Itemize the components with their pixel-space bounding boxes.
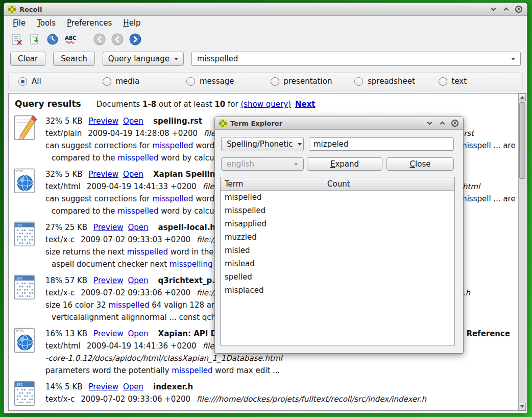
src-doc-icon[interactable]: SRC	[14, 274, 39, 302]
radio-icon	[186, 77, 195, 86]
radio-icon	[439, 77, 447, 86]
relevance-and-size: 16% 13 KB	[45, 329, 87, 338]
shade-button[interactable]	[489, 5, 497, 13]
close-button[interactable]: Close	[386, 157, 454, 171]
search-input[interactable]: misspelled	[191, 52, 521, 66]
filter-message[interactable]: message	[186, 77, 271, 86]
filter-presentation[interactable]: presentation	[271, 77, 355, 86]
expansion-mode-select[interactable]: Spelling/Phonetic	[221, 137, 304, 151]
menu-tools[interactable]: Tools	[32, 17, 60, 29]
term-row[interactable]: misled	[221, 244, 454, 257]
filter-spreadsheet[interactable]: spreadsheet	[354, 77, 439, 86]
first-page-icon[interactable]	[93, 33, 106, 46]
unshade-button[interactable]	[438, 119, 446, 127]
count-column-header[interactable]: Count	[323, 177, 377, 190]
mime-type: text/plain	[45, 129, 82, 138]
preview-link[interactable]: Preview	[93, 223, 123, 232]
search-bar: Clear Search Query language misspelled	[4, 49, 527, 69]
term-cell: misapplied	[221, 219, 323, 228]
term-row[interactable]: misapplied	[221, 217, 454, 230]
menu-file[interactable]: File	[8, 17, 30, 29]
scroll-down-button[interactable]	[519, 403, 526, 410]
relevance-and-size: 27% 25 KB	[45, 223, 87, 232]
src-doc-icon[interactable]: SRC	[14, 221, 39, 249]
search-button[interactable]: Search	[53, 52, 95, 66]
close-window-button[interactable]: ×	[515, 5, 523, 13]
open-link[interactable]: Open	[128, 223, 148, 232]
dialog-window-controls: ×	[425, 119, 459, 127]
doc-url: file:///home/dockes/projets/fulltext/rec…	[197, 395, 426, 404]
term-input[interactable]	[309, 137, 454, 151]
expansion-mode-value: Spelling/Phonetic	[227, 140, 293, 149]
open-link[interactable]: Open	[123, 117, 143, 126]
result-url-continuation: -core-1.0.12/docs/apidoc/html/classXapia…	[45, 352, 518, 364]
preview-link[interactable]: Preview	[89, 170, 118, 179]
dialog-titlebar[interactable]: Term Explorer ×	[215, 117, 463, 130]
menu-help[interactable]: Help	[118, 17, 145, 29]
mime-type: text/x-c	[45, 235, 75, 244]
term-row[interactable]: misplaced	[221, 284, 454, 297]
open-link[interactable]: Open	[128, 329, 148, 338]
preview-link[interactable]: Preview	[89, 117, 118, 126]
open-link[interactable]: Open	[123, 170, 143, 179]
term-row[interactable]: misspelled	[221, 204, 454, 217]
triangle-up-icon	[520, 96, 524, 99]
unshade-button[interactable]	[502, 5, 510, 13]
radio-icon	[103, 77, 111, 86]
update-index-icon[interactable]	[28, 33, 41, 46]
text-doc-icon[interactable]	[14, 115, 39, 143]
term-row[interactable]: mislead	[221, 257, 454, 270]
expand-button[interactable]: Expand	[307, 157, 382, 171]
html-doc-icon[interactable]: HTML	[14, 168, 39, 196]
query-language-select[interactable]: Query language	[103, 52, 184, 66]
result-abstract-line: parameters word the potentially misspell…	[45, 364, 518, 377]
svg-text:SRC: SRC	[16, 276, 22, 281]
preview-link[interactable]: Preview	[89, 382, 118, 391]
show-query-link[interactable]: (show query)	[240, 100, 291, 109]
term-row[interactable]: mispelled	[221, 191, 454, 204]
term-cell: misplaced	[221, 286, 323, 295]
triangle-down-icon	[520, 405, 524, 408]
svg-text:HTML: HTML	[16, 170, 25, 173]
preview-link[interactable]: Preview	[93, 276, 123, 285]
result-meta-line: text/x-c2009-07-02 09:33:06 +0200file://…	[45, 393, 518, 405]
titlebar[interactable]: Recoll ×	[4, 3, 527, 16]
term-column-header[interactable]: Term	[221, 179, 323, 189]
clear-search-icon[interactable]	[10, 33, 23, 46]
history-icon[interactable]	[46, 33, 59, 46]
svg-text:HTML: HTML	[16, 329, 25, 332]
filter-label: media	[116, 77, 140, 86]
preview-link[interactable]: Preview	[93, 329, 123, 338]
term-row[interactable]: spelled	[221, 270, 454, 284]
radio-icon	[18, 77, 27, 86]
doc-date: 2009-07-02 09:33:06 +0200	[81, 288, 190, 297]
results-scrollbar[interactable]	[518, 94, 526, 410]
language-value: english	[227, 159, 254, 169]
next-page-link[interactable]: Next	[295, 100, 316, 109]
scrollbar-thumb[interactable]	[519, 102, 525, 179]
prev-page-icon[interactable]	[111, 33, 124, 46]
term-row[interactable]: muzzled	[221, 230, 454, 244]
clear-button[interactable]: Clear	[10, 52, 45, 66]
open-link[interactable]: Open	[128, 276, 148, 285]
result-title-line: 14% 5 KBPreviewOpenindexer.h	[45, 381, 518, 393]
term-explorer-icon[interactable]: ABC	[64, 33, 77, 46]
filter-media[interactable]: media	[103, 77, 187, 86]
relevance-and-size: 32% 5 KB	[45, 170, 83, 179]
next-page-icon[interactable]	[129, 33, 142, 46]
shade-button[interactable]	[425, 119, 433, 127]
html-doc-icon[interactable]: HTML	[14, 328, 39, 355]
filter-text[interactable]: text	[439, 77, 523, 86]
chevron-down-icon	[427, 120, 432, 125]
term-cell: muzzled	[221, 233, 323, 242]
term-cell: mislead	[221, 259, 323, 268]
open-link[interactable]: Open	[123, 382, 143, 391]
close-window-button[interactable]: ×	[451, 119, 459, 127]
src-doc-icon[interactable]: SRC	[14, 381, 39, 408]
filter-all[interactable]: All	[18, 77, 103, 86]
scroll-up-button[interactable]	[519, 94, 526, 101]
relevance-and-size: 32% 5 KB	[45, 117, 83, 126]
term-table-header[interactable]: Term Count	[221, 177, 454, 191]
menu-preferences[interactable]: Preferences	[62, 17, 116, 29]
chevron-down-icon[interactable]	[511, 58, 515, 60]
